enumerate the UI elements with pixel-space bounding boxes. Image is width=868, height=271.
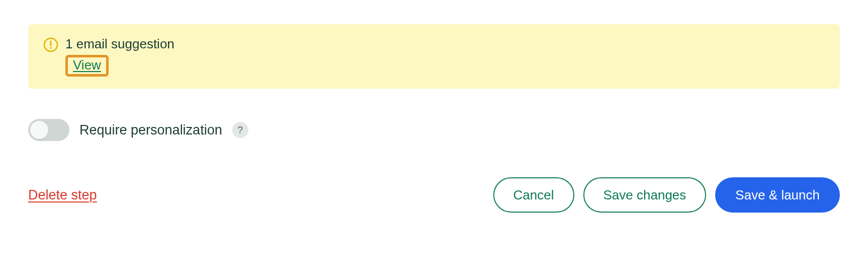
step-editor-footer-panel: 1 email suggestion View Require personal…	[0, 0, 868, 237]
save-and-launch-button[interactable]: Save & launch	[715, 177, 840, 213]
email-suggestion-banner: 1 email suggestion View	[28, 24, 840, 89]
toggle-knob	[30, 121, 48, 139]
svg-point-2	[50, 47, 52, 49]
alert-title: 1 email suggestion	[65, 36, 175, 52]
toggle-label: Require personalization	[79, 122, 222, 138]
alert-body: 1 email suggestion View	[65, 36, 175, 77]
cancel-button[interactable]: Cancel	[493, 177, 574, 213]
alert-icon	[43, 36, 58, 52]
save-changes-button[interactable]: Save changes	[583, 177, 707, 213]
require-personalization-toggle[interactable]	[28, 119, 69, 141]
footer-actions-row: Delete step Cancel Save changes Save & l…	[28, 177, 840, 213]
view-suggestions-link[interactable]: View	[73, 57, 101, 73]
help-icon[interactable]: ?	[232, 122, 248, 138]
delete-step-link[interactable]: Delete step	[28, 187, 97, 203]
personalization-toggle-row: Require personalization ?	[28, 119, 840, 141]
view-link-highlight: View	[65, 55, 109, 77]
button-group: Cancel Save changes Save & launch	[493, 177, 840, 213]
